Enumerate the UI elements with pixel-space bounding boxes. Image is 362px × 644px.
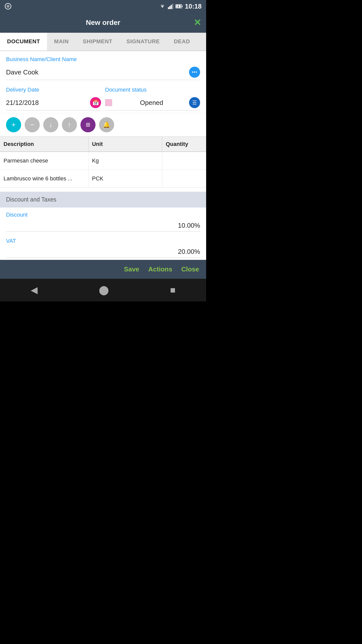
status-time: 10:18 <box>185 3 202 10</box>
status-bar: 10:18 <box>0 0 206 13</box>
svg-rect-2 <box>168 7 169 9</box>
status-color-box <box>105 99 112 106</box>
vat-field-section: VAT 20.00% <box>0 234 206 260</box>
table-row[interactable]: Lambrusco wine 6 bottles ... PCK <box>0 170 206 188</box>
delivery-date-field[interactable]: 21/12/2018 📅 <box>6 95 101 110</box>
save-button[interactable]: Save <box>124 265 139 273</box>
signal-icon <box>5 3 12 10</box>
client-name-section: Business Name/Client Name Dave Cook ••• <box>0 51 206 83</box>
status-bar-left <box>5 3 12 10</box>
svg-rect-5 <box>172 4 173 9</box>
row2-unit: PCK <box>88 170 162 187</box>
status-bar-right: 10:18 <box>159 3 202 10</box>
client-name-field[interactable]: Dave Cook ••• <box>6 65 200 80</box>
page-title: New order <box>86 19 120 27</box>
svg-point-1 <box>7 5 10 8</box>
svg-rect-7 <box>182 6 183 7</box>
tab-dead[interactable]: DEAD <box>167 33 197 51</box>
discount-label: Discount <box>6 212 200 218</box>
close-button[interactable]: Close <box>181 265 199 273</box>
main-content: Business Name/Client Name Dave Cook ••• … <box>0 51 206 260</box>
vat-value[interactable]: 20.00% <box>6 246 200 258</box>
tab-signature[interactable]: SIGNATURE <box>119 33 167 51</box>
delivery-date-value: 21/12/2018 <box>6 99 39 107</box>
doc-status-value: Opened <box>140 99 163 107</box>
grid-button[interactable]: ⊞ <box>80 117 96 132</box>
home-icon[interactable]: ⬤ <box>99 285 109 295</box>
system-nav-bar: ◀ ⬤ ■ <box>0 279 206 301</box>
col-description: Description <box>0 137 88 151</box>
add-button[interactable]: + <box>6 117 21 132</box>
table-row[interactable]: Parmesan cheese Kg <box>0 152 206 170</box>
svg-rect-4 <box>171 5 172 9</box>
doc-status-col: Document status Opened ☰ <box>105 87 200 110</box>
bottom-toolbar: Save Actions Close <box>0 260 206 279</box>
discount-field-section: Discount 10.00% <box>0 208 206 234</box>
bell-button[interactable]: 🔔 <box>99 117 114 132</box>
row2-quantity <box>162 170 206 187</box>
row1-description: Parmesan cheese <box>0 152 88 170</box>
close-icon[interactable]: ✕ <box>194 17 201 28</box>
tabs-container: DOCUMENT MAIN SHIPMENT SIGNATURE DEAD <box>0 33 206 51</box>
delivery-date-label: Delivery Date <box>6 87 101 93</box>
doc-status-label: Document status <box>105 87 200 93</box>
tab-document[interactable]: DOCUMENT <box>0 33 47 51</box>
actions-button[interactable]: Actions <box>148 265 172 273</box>
doc-status-field[interactable]: Opened ☰ <box>105 95 200 110</box>
recents-icon[interactable]: ■ <box>170 285 176 295</box>
discount-value[interactable]: 10.00% <box>6 220 200 232</box>
order-table: Description Unit Quantity Parmesan chees… <box>0 136 206 188</box>
col-unit: Unit <box>88 137 162 151</box>
client-name-value: Dave Cook <box>6 68 38 76</box>
svg-rect-3 <box>169 6 170 9</box>
row1-quantity <box>162 152 206 170</box>
calendar-icon[interactable]: 📅 <box>90 97 101 108</box>
tab-main[interactable]: MAIN <box>47 33 76 51</box>
status-list-icon[interactable]: ☰ <box>189 97 200 108</box>
action-buttons-row: + − ↓ ↑ ⊞ 🔔 <box>0 113 206 136</box>
minus-button[interactable]: − <box>25 117 40 132</box>
discount-taxes-header: Discount and Taxes <box>0 192 206 208</box>
move-up-button[interactable]: ↑ <box>62 117 77 132</box>
app-header: New order ✕ <box>0 13 206 33</box>
date-status-row: Delivery Date 21/12/2018 📅 Document stat… <box>0 83 206 113</box>
more-options-icon[interactable]: ••• <box>189 67 200 78</box>
move-down-button[interactable]: ↓ <box>43 117 58 132</box>
row1-unit: Kg <box>88 152 162 170</box>
table-header: Description Unit Quantity <box>0 137 206 152</box>
tab-shipment[interactable]: SHIPMENT <box>76 33 119 51</box>
client-name-label: Business Name/Client Name <box>6 56 200 63</box>
wifi-icon <box>159 4 166 9</box>
battery-icon <box>175 4 183 9</box>
cell-signal-icon <box>168 4 173 9</box>
vat-label: VAT <box>6 238 200 244</box>
delivery-date-col: Delivery Date 21/12/2018 📅 <box>6 87 105 110</box>
col-quantity: Quantity <box>162 137 206 151</box>
row2-description: Lambrusco wine 6 bottles ... <box>0 170 88 187</box>
back-icon[interactable]: ◀ <box>31 285 38 295</box>
